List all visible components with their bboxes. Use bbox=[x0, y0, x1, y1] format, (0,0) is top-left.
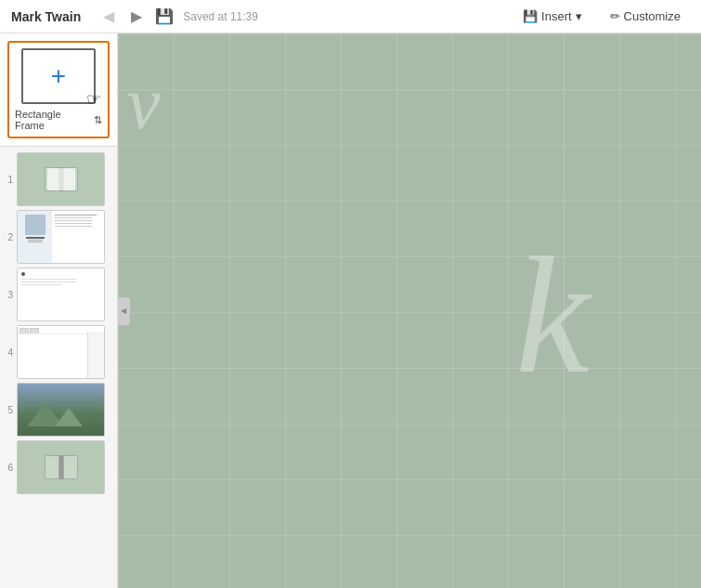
slide-thumbnail bbox=[17, 268, 105, 321]
slide-number: 2 bbox=[4, 232, 13, 242]
profile-photo bbox=[25, 215, 45, 235]
slide-number: 5 bbox=[4, 405, 13, 415]
canvas-letter-v: v bbox=[127, 61, 161, 146]
document-title: Mark Twain bbox=[11, 9, 81, 24]
canvas-letter-k: k bbox=[515, 219, 590, 412]
profile-right bbox=[52, 211, 104, 263]
insert-button[interactable]: 💾 Insert ▾ bbox=[513, 7, 591, 26]
slide-thumbnail bbox=[17, 152, 105, 206]
slide-thumbnail bbox=[17, 325, 105, 379]
save-icon: 💾 bbox=[155, 7, 174, 25]
customize-button[interactable]: ✏ Customize bbox=[601, 7, 690, 26]
slide-number: 1 bbox=[4, 175, 13, 185]
customize-label: Customize bbox=[624, 9, 681, 23]
blank-slide-content bbox=[18, 268, 104, 320]
insert-icon: 💾 bbox=[523, 9, 538, 23]
header: Mark Twain ◀ ▶ 💾 Saved at 11:39 💾 Insert… bbox=[0, 0, 701, 33]
canvas-grid bbox=[118, 33, 701, 588]
plus-icon: + bbox=[51, 63, 66, 89]
profile-card bbox=[18, 211, 104, 263]
cursor-icon: ☞ bbox=[86, 89, 101, 110]
side-panel bbox=[87, 332, 104, 378]
insert-label: Insert bbox=[541, 9, 572, 23]
slide-thumbnail bbox=[17, 210, 105, 264]
profile-left bbox=[18, 211, 52, 263]
slide-list: 1 2 bbox=[0, 147, 117, 500]
slide-thumbnail bbox=[17, 440, 105, 494]
slide-item[interactable]: 2 bbox=[4, 210, 113, 264]
canvas-area[interactable]: v k bbox=[118, 33, 701, 588]
slide-number: 4 bbox=[4, 347, 13, 358]
slide-thumbnail bbox=[17, 383, 105, 437]
insert-arrow: ▾ bbox=[576, 9, 582, 23]
slide-item[interactable]: 3 bbox=[4, 268, 113, 321]
slide-number: 6 bbox=[4, 463, 13, 473]
frame-label: Rectangle Frame ⇅ bbox=[15, 109, 102, 131]
sidebar: + ☞ Rectangle Frame ⇅ 1 bbox=[0, 33, 118, 588]
saved-status: Saved at 11:39 bbox=[183, 10, 504, 23]
slide-item[interactable]: 5 bbox=[4, 383, 113, 437]
slide-number: 3 bbox=[4, 290, 13, 300]
frame-preview: + ☞ bbox=[21, 48, 96, 104]
book-icon bbox=[45, 167, 78, 191]
rectangle-frame-option[interactable]: + ☞ Rectangle Frame ⇅ bbox=[7, 41, 110, 138]
main-layout: + ☞ Rectangle Frame ⇅ 1 bbox=[0, 33, 701, 588]
customize-icon: ✏ bbox=[610, 9, 620, 23]
slide-item[interactable]: 1 bbox=[4, 152, 113, 206]
frame-label-text: Rectangle Frame bbox=[15, 109, 92, 131]
book-icon bbox=[45, 455, 78, 479]
tabs-slide-content bbox=[18, 326, 104, 378]
back-button[interactable]: ◀ bbox=[99, 6, 118, 27]
forward-button[interactable]: ▶ bbox=[127, 6, 146, 27]
slide-item[interactable]: 4 bbox=[4, 325, 113, 379]
mountain-shape-2 bbox=[55, 408, 83, 426]
slide-item[interactable]: 6 bbox=[4, 440, 113, 494]
frame-arrows: ⇅ bbox=[94, 114, 102, 126]
frame-picker[interactable]: + ☞ Rectangle Frame ⇅ bbox=[0, 33, 117, 147]
collapse-sidebar-handle[interactable] bbox=[118, 297, 130, 325]
mountain-slide-content bbox=[18, 384, 104, 436]
